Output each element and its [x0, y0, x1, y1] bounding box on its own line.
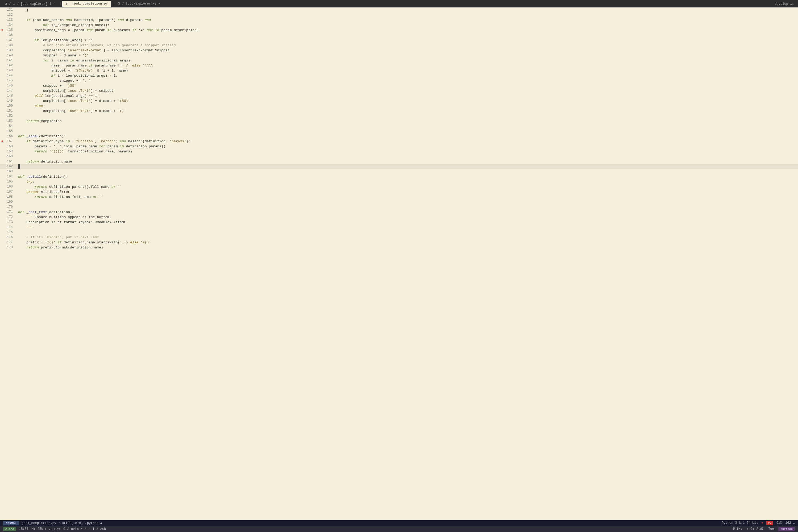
code-line-151[interactable]: 151 completion['insertText'] = d.name + …	[0, 109, 798, 114]
line-content-137: if len(positional_args) > 1:	[17, 38, 798, 43]
line-num-143: 143	[4, 68, 17, 73]
line-num-133: 133	[4, 18, 17, 23]
code-line-143[interactable]: 143 snippet += '${%s:%s}' % (i + 1, name…	[0, 68, 798, 73]
line-content-157: if definition.type in ('function', 'meth…	[17, 139, 798, 144]
status-encoding: \	[59, 521, 61, 525]
code-line-138[interactable]: 138 # For completions with params, we ca…	[0, 43, 798, 48]
code-line-133[interactable]: 133 if (include_params and hasattr(d, 'p…	[0, 18, 798, 23]
code-line-136[interactable]: 136	[0, 33, 798, 38]
code-line-169[interactable]: 169	[0, 200, 798, 205]
code-line-141[interactable]: 141 for i, param in enumerate(positional…	[0, 58, 798, 63]
line-num-140: 140	[4, 53, 17, 58]
line-content-161: return definition.name	[17, 159, 798, 164]
line-num-136: 136	[4, 33, 17, 38]
code-line-144[interactable]: 144 if i < len(positional_args) - 1:	[0, 73, 798, 78]
line-num-176: 176	[4, 235, 17, 240]
code-line-162[interactable]: 162	[0, 164, 798, 169]
code-editor[interactable]: 131 }132133 if (include_params and hasat…	[0, 7, 798, 520]
line-num-156: 156	[4, 134, 17, 139]
code-line-150[interactable]: 150 else:	[0, 103, 798, 109]
line-num-149: 149	[4, 98, 17, 103]
code-line-157[interactable]: ●157 if definition.type in ('function', …	[0, 139, 798, 144]
line-content-166: return definition.parent().full_name or …	[17, 184, 798, 189]
code-line-164[interactable]: 164def _detail(definition):	[0, 174, 798, 179]
line-content-167: except AttributeError:	[17, 189, 798, 194]
line-num-163: 163	[4, 169, 17, 174]
code-line-149[interactable]: 149 completion['insertText'] = d.name + …	[0, 98, 798, 103]
line-content-156: def _label(definition):	[17, 134, 798, 139]
line-content-176: # If its 'hidden', put it next last	[17, 235, 798, 240]
code-line-131[interactable]: 131 }	[0, 7, 798, 13]
line-num-144: 144	[4, 73, 17, 78]
code-line-152[interactable]: 152	[0, 114, 798, 119]
line-content-146: snippet += ')$0'	[17, 83, 798, 88]
code-line-172[interactable]: 172 """ Ensure builtins appear at the bo…	[0, 215, 798, 220]
line-content-153: return completion	[17, 119, 798, 124]
bottom-upload: ⬆ 28 B/s	[45, 527, 60, 531]
tab-bar: ✘ / 1 / [coc-explorer]-1 - | 2 jedi_comp…	[0, 0, 798, 7]
status-bar: NORMAL jedi_completion.py \ utf-8[unix] …	[0, 520, 798, 526]
code-line-175[interactable]: 175	[0, 230, 798, 235]
code-line-174[interactable]: 174 """	[0, 225, 798, 230]
code-line-159[interactable]: 159 return '{}({})'.format(definition.na…	[0, 149, 798, 154]
line-num-137: 137	[4, 38, 17, 43]
line-num-138: 138	[4, 43, 17, 48]
code-line-176[interactable]: 176 # If its 'hidden', put it next last	[0, 235, 798, 240]
line-num-178: 178	[4, 245, 17, 250]
code-line-178[interactable]: 178 return prefix.format(definition.name…	[0, 245, 798, 250]
code-line-137[interactable]: 137 if len(positional_args) > 1:	[0, 38, 798, 43]
code-line-156[interactable]: 156def _label(definition):	[0, 134, 798, 139]
tab-3[interactable]: $ / [coc-explorer]-3 -	[115, 1, 163, 7]
code-line-165[interactable]: 165 try:	[0, 179, 798, 184]
line-content-178: return prefix.format(definition.name)	[17, 245, 798, 250]
line-num-160: 160	[4, 154, 17, 159]
status-filetype: python	[87, 521, 98, 525]
code-line-171[interactable]: 171def _sort_text(definition):	[0, 210, 798, 215]
code-line-155[interactable]: 155	[0, 129, 798, 134]
code-line-166[interactable]: 166 return definition.parent().full_name…	[0, 184, 798, 189]
bottom-plugin: Alpha	[3, 527, 16, 531]
code-line-142[interactable]: 142 name = param.name if param.name != '…	[0, 63, 798, 68]
branch-label: develop ⎇	[775, 2, 796, 6]
line-num-145: 145	[4, 78, 17, 83]
code-line-177[interactable]: 177 prefix = 'z{}' if definition.name.st…	[0, 240, 798, 245]
line-content-134: not is_exception_class(d.name)):	[17, 23, 798, 28]
code-line-135[interactable]: ●135 positional_args = [param for param …	[0, 28, 798, 33]
line-num-158: 158	[4, 144, 17, 149]
tab-1[interactable]: ✘ / 1 / [coc-explorer]-1 -	[2, 1, 58, 7]
line-content-143: snippet += '${%s:%s}' % (i + 1, name)	[17, 68, 798, 73]
code-line-167[interactable]: 167 except AttributeError:	[0, 189, 798, 194]
code-line-140[interactable]: 140 snippet = d.name + '('	[0, 53, 798, 58]
line-num-132: 132	[4, 13, 17, 18]
bottom-nvim-status: 0 / nvim / *	[63, 527, 86, 531]
code-line-170[interactable]: 170	[0, 205, 798, 210]
line-num-159: 159	[4, 149, 17, 154]
line-num-154: 154	[4, 124, 17, 129]
code-line-139[interactable]: 139 completion['insertTextFormat'] = lsp…	[0, 48, 798, 53]
code-line-147[interactable]: 147 completion['insertText'] = snippet	[0, 88, 798, 93]
code-line-161[interactable]: 161 return definition.name	[0, 159, 798, 164]
line-content-141: for i, param in enumerate(positional_arg…	[17, 58, 798, 63]
vim-mode: NORMAL	[3, 521, 19, 525]
line-num-157: 157	[4, 139, 17, 144]
code-line-160[interactable]: 160	[0, 154, 798, 159]
line-content-177: prefix = 'z{}' if definition.name.starts…	[17, 240, 798, 245]
code-line-145[interactable]: 145 snippet += ', '	[0, 78, 798, 83]
line-num-161: 161	[4, 159, 17, 164]
line-content-164: def _detail(definition):	[17, 174, 798, 179]
line-content-142: name = param.name if param.name != '/' e…	[17, 63, 798, 68]
tab-2[interactable]: 2 jedi_completion.py	[62, 1, 111, 7]
code-line-173[interactable]: 173 Description is of format <type>: <mo…	[0, 220, 798, 225]
code-line-134[interactable]: 134 not is_exception_class(d.name)):	[0, 23, 798, 28]
code-line-154[interactable]: 154	[0, 124, 798, 129]
line-num-131: 131	[4, 7, 17, 13]
tab-separator-2: |	[111, 2, 115, 5]
code-line-163[interactable]: 163	[0, 169, 798, 174]
code-line-153[interactable]: 153 return completion	[0, 119, 798, 124]
code-line-148[interactable]: 148 elif len(positional_args) == 1:	[0, 93, 798, 98]
bottom-cpu: ⬇ C: 2.8%	[747, 527, 764, 531]
code-line-146[interactable]: 146 snippet += ')$0'	[0, 83, 798, 88]
code-line-132[interactable]: 132	[0, 13, 798, 18]
code-line-158[interactable]: 158 params = ', '.join([param.name for p…	[0, 144, 798, 149]
code-line-168[interactable]: 168 return definition.full_name or ''	[0, 194, 798, 200]
